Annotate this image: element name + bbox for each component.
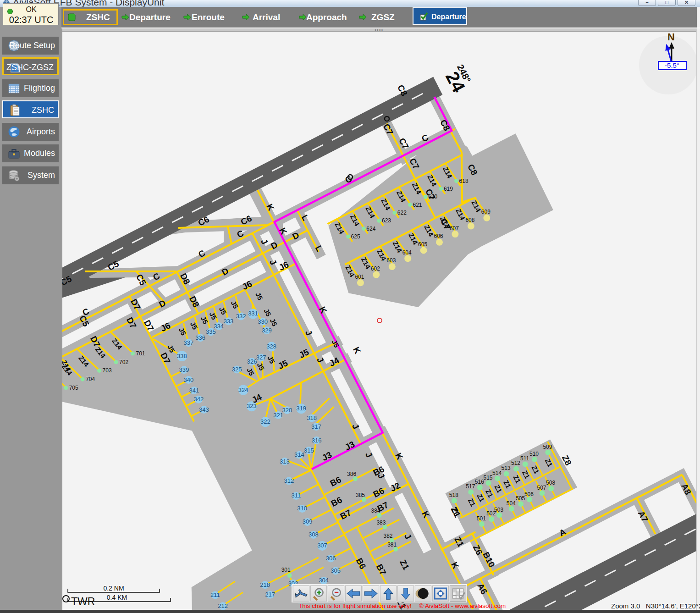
svg-text:327: 327 <box>256 354 266 361</box>
svg-text:317: 317 <box>311 423 321 430</box>
svg-text:314: 314 <box>294 451 304 458</box>
svg-text:332: 332 <box>236 313 246 320</box>
svg-text:504: 504 <box>507 500 516 507</box>
svg-text:308: 308 <box>309 531 319 538</box>
svg-text:381: 381 <box>387 541 397 548</box>
svg-text:0.2 NM: 0.2 NM <box>103 585 124 592</box>
svg-text:501: 501 <box>477 515 486 522</box>
svg-text:328: 328 <box>266 343 276 350</box>
svg-text:623: 623 <box>382 217 391 224</box>
svg-text:508: 508 <box>546 480 555 486</box>
svg-text:507: 507 <box>537 485 546 491</box>
svg-text:322: 322 <box>260 418 270 425</box>
svg-text:-5.5°: -5.5° <box>665 61 679 69</box>
svg-text:701: 701 <box>136 350 145 357</box>
svg-text:336: 336 <box>195 334 205 341</box>
svg-text:0.4 KM: 0.4 KM <box>107 594 127 601</box>
svg-text:211: 211 <box>210 591 220 598</box>
svg-text:306: 306 <box>326 555 336 562</box>
svg-text:383: 383 <box>376 519 386 526</box>
svg-text:618: 618 <box>459 178 469 184</box>
svg-text:515: 515 <box>483 475 492 481</box>
svg-text:212: 212 <box>218 602 228 609</box>
svg-text:339: 339 <box>179 366 189 373</box>
svg-text:518: 518 <box>449 492 458 498</box>
svg-text:621: 621 <box>413 202 422 208</box>
svg-text:510: 510 <box>529 451 539 457</box>
svg-text:318: 318 <box>307 414 317 421</box>
svg-text:343: 343 <box>199 406 209 413</box>
svg-text:340: 340 <box>184 376 194 383</box>
svg-text:N: N <box>667 31 675 43</box>
svg-text:511: 511 <box>520 455 529 462</box>
svg-text:325: 325 <box>232 366 242 373</box>
svg-text:330: 330 <box>258 318 268 325</box>
svg-text:385: 385 <box>356 492 365 498</box>
svg-text:K: K <box>351 345 363 355</box>
svg-text:305: 305 <box>331 567 341 574</box>
svg-text:310: 310 <box>297 505 307 512</box>
svg-text:316: 316 <box>312 437 322 444</box>
svg-text:505: 505 <box>516 495 525 502</box>
svg-text:338: 338 <box>177 353 187 359</box>
svg-text:603: 603 <box>386 257 396 264</box>
svg-text:513: 513 <box>502 465 511 471</box>
svg-text:705: 705 <box>69 385 78 391</box>
svg-text:315: 315 <box>304 447 314 454</box>
svg-text:703: 703 <box>103 367 112 374</box>
svg-text:313: 313 <box>280 458 290 465</box>
svg-text:312: 312 <box>284 477 294 484</box>
svg-text:337: 337 <box>184 339 194 346</box>
svg-text:382: 382 <box>383 533 392 539</box>
svg-text:624: 624 <box>366 226 375 232</box>
svg-text:311: 311 <box>292 492 301 499</box>
svg-text:602: 602 <box>371 265 380 272</box>
svg-text:333: 333 <box>224 318 234 325</box>
svg-text:324: 324 <box>238 387 248 393</box>
svg-text:335: 335 <box>206 328 216 335</box>
svg-text:319: 319 <box>296 405 306 412</box>
svg-text:341: 341 <box>189 387 199 394</box>
svg-text:608: 608 <box>465 217 474 223</box>
svg-text:619: 619 <box>444 186 453 192</box>
svg-text:517: 517 <box>466 483 475 490</box>
svg-text:329: 329 <box>262 327 272 334</box>
svg-text:386: 386 <box>347 471 356 477</box>
svg-text:301: 301 <box>281 567 291 573</box>
svg-text:307: 307 <box>317 542 327 549</box>
svg-text:609: 609 <box>481 209 491 215</box>
svg-text:516: 516 <box>475 479 484 485</box>
svg-text:217: 217 <box>265 591 275 598</box>
svg-text:601: 601 <box>355 274 364 280</box>
svg-text:704: 704 <box>86 376 95 382</box>
svg-text:342: 342 <box>193 396 204 403</box>
svg-text:702: 702 <box>119 359 128 365</box>
svg-text:514: 514 <box>492 470 502 476</box>
svg-text:604: 604 <box>402 249 412 256</box>
svg-text:509: 509 <box>543 444 552 450</box>
svg-text:309: 309 <box>303 518 313 525</box>
svg-text:331: 331 <box>248 310 258 317</box>
svg-text:622: 622 <box>397 210 407 216</box>
svg-text:625: 625 <box>351 233 360 240</box>
svg-text:502: 502 <box>486 510 496 517</box>
svg-text:506: 506 <box>524 491 534 497</box>
svg-text:320: 320 <box>282 407 292 414</box>
svg-text:512: 512 <box>511 460 520 466</box>
svg-text:304: 304 <box>319 577 329 584</box>
svg-text:218: 218 <box>260 581 270 588</box>
svg-text:326: 326 <box>247 358 257 365</box>
